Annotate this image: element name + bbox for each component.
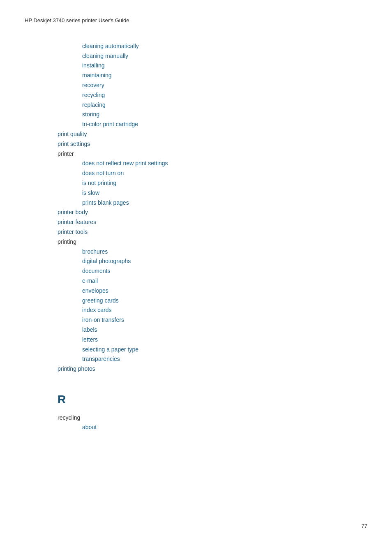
index-content: cleaning automatically cleaning manually… xyxy=(58,42,367,432)
list-item[interactable]: recycling xyxy=(82,90,367,100)
section-r-header: R xyxy=(58,390,367,409)
list-item[interactable]: is slow xyxy=(82,188,367,198)
list-item[interactable]: digital photographs xyxy=(82,256,367,266)
list-item[interactable]: about xyxy=(82,423,367,432)
list-item[interactable]: is not printing xyxy=(82,178,367,188)
list-item[interactable]: index cards xyxy=(82,305,367,315)
recycling-label: recycling xyxy=(58,413,367,423)
list-item[interactable]: labels xyxy=(82,325,367,335)
page-header: HP Deskjet 3740 series printer User's Gu… xyxy=(25,16,367,25)
header-title: HP Deskjet 3740 series printer User's Gu… xyxy=(25,17,129,23)
printer-label: printer xyxy=(58,149,367,159)
list-item[interactable]: cleaning manually xyxy=(82,51,367,61)
list-item[interactable]: greeting cards xyxy=(82,296,367,306)
list-item[interactable]: printer body xyxy=(58,208,367,217)
list-item[interactable]: does not reflect new print settings xyxy=(82,159,367,169)
list-item[interactable]: print quality xyxy=(58,129,367,139)
list-item[interactable]: brochures xyxy=(82,247,367,257)
list-item[interactable]: installing xyxy=(82,61,367,71)
list-item[interactable]: storing xyxy=(82,110,367,120)
list-item[interactable]: printer features xyxy=(58,217,367,227)
list-item[interactable]: cleaning automatically xyxy=(82,42,367,51)
printing-children: brochures digital photographs documents … xyxy=(58,247,367,365)
list-item[interactable]: documents xyxy=(82,266,367,276)
level2-top-items: cleaning automatically cleaning manually… xyxy=(58,42,367,129)
printer-children: does not reflect new print settings does… xyxy=(58,159,367,208)
list-item[interactable]: prints blank pages xyxy=(82,198,367,208)
list-item[interactable]: does not turn on xyxy=(82,169,367,178)
list-item[interactable]: maintaining xyxy=(82,71,367,81)
printing-photos-item[interactable]: printing photos xyxy=(58,364,367,374)
list-item[interactable]: replacing xyxy=(82,100,367,110)
list-item[interactable]: iron-on transfers xyxy=(82,315,367,325)
list-item[interactable]: e-mail xyxy=(82,276,367,286)
list-item[interactable]: recovery xyxy=(82,81,367,90)
list-item[interactable]: letters xyxy=(82,335,367,345)
list-item[interactable]: transparencies xyxy=(82,354,367,364)
list-item[interactable]: selecting a paper type xyxy=(82,345,367,355)
list-item[interactable]: printer tools xyxy=(58,227,367,237)
printing-label: printing xyxy=(58,237,367,247)
page: HP Deskjet 3740 series printer User's Gu… xyxy=(0,0,392,543)
recycling-children: about xyxy=(58,423,367,432)
list-item[interactable]: print settings xyxy=(58,139,367,149)
page-number: 77 xyxy=(362,522,367,531)
list-item[interactable]: tri-color print cartridge xyxy=(82,120,367,129)
list-item[interactable]: envelopes xyxy=(82,286,367,296)
